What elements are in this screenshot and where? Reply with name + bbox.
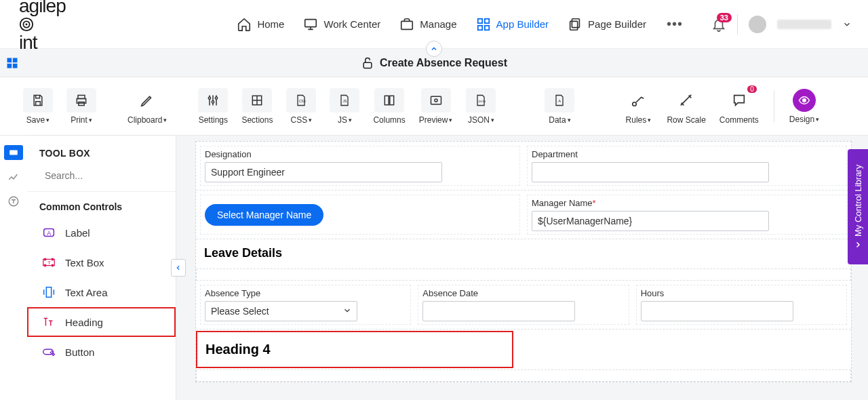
heading4-dropped[interactable]: Heading 4 bbox=[196, 331, 513, 368]
toolbox-search[interactable] bbox=[27, 165, 176, 192]
notification-badge: 33 bbox=[717, 13, 732, 22]
control-label[interactable]: A Label bbox=[27, 218, 176, 247]
svg-rect-25 bbox=[384, 96, 389, 104]
collapse-up[interactable] bbox=[426, 41, 442, 57]
svg-rect-26 bbox=[390, 96, 394, 104]
field-designation[interactable]: Designation bbox=[200, 146, 520, 186]
comments-button[interactable]: 0 Comments bbox=[715, 85, 763, 127]
nav-appbuilder[interactable]: App Builder bbox=[476, 17, 549, 32]
svg-point-40 bbox=[52, 258, 54, 260]
control-heading-text: Heading bbox=[65, 317, 103, 328]
comments-badge: 0 bbox=[747, 85, 757, 93]
chevron-left-icon bbox=[175, 264, 182, 272]
svg-rect-15 bbox=[363, 62, 372, 68]
control-button[interactable]: Button bbox=[27, 337, 176, 367]
field-absence-date[interactable]: Absence Date bbox=[418, 285, 629, 325]
svg-point-20 bbox=[212, 100, 214, 102]
rail-chart[interactable] bbox=[4, 169, 23, 184]
absence-date-label: Absence Date bbox=[422, 288, 624, 298]
columns-icon bbox=[382, 94, 396, 107]
designation-label: Designation bbox=[205, 149, 515, 159]
field-manager-name[interactable]: Manager Name* bbox=[527, 195, 847, 235]
collapse-toolbox-button[interactable] bbox=[171, 259, 186, 277]
control-label-text: Label bbox=[65, 227, 90, 239]
data-file-icon: A bbox=[553, 94, 566, 107]
nav-manage[interactable]: Manage bbox=[399, 17, 456, 32]
row-manager: Select Manager Name Manager Name* bbox=[196, 191, 851, 239]
department-input[interactable] bbox=[532, 162, 769, 182]
svg-rect-5 bbox=[477, 18, 481, 22]
sections-icon bbox=[250, 94, 264, 107]
svg-rect-7 bbox=[477, 25, 481, 29]
heading-icon bbox=[41, 315, 56, 329]
manager-input[interactable] bbox=[532, 211, 769, 231]
data-button[interactable]: A Data▾ bbox=[540, 85, 578, 127]
form-canvas[interactable]: Designation Department Select Manager Na… bbox=[176, 136, 868, 400]
save-button[interactable]: Save▾ bbox=[19, 85, 57, 127]
toolbox-panel: TOOL BOX Common Controls A Label T Text … bbox=[27, 136, 176, 400]
settings-button[interactable]: Settings bbox=[194, 85, 232, 127]
label-icon: A bbox=[41, 225, 56, 240]
css-button[interactable]: CSS CSS▾ bbox=[282, 85, 320, 127]
control-textarea[interactable]: Text Area bbox=[27, 277, 176, 307]
svg-text:JSON: JSON bbox=[478, 100, 486, 103]
columns-button[interactable]: Columns bbox=[369, 85, 409, 127]
nav-workcenter-label: Work Center bbox=[323, 18, 380, 30]
css-file-icon: CSS bbox=[294, 94, 308, 107]
hours-input[interactable] bbox=[641, 301, 793, 321]
field-absence-type[interactable]: Absence Type bbox=[200, 285, 411, 325]
svg-rect-27 bbox=[431, 96, 441, 104]
rail-toolbox[interactable] bbox=[4, 145, 23, 160]
absence-type-select[interactable] bbox=[205, 301, 357, 321]
sections-button[interactable]: Sections bbox=[237, 85, 277, 127]
section-leave-details: Leave Details bbox=[196, 239, 851, 267]
textarea-icon bbox=[41, 285, 56, 300]
hours-label: Hours bbox=[641, 288, 842, 298]
svg-text:A: A bbox=[559, 99, 561, 103]
search-input[interactable] bbox=[45, 170, 163, 181]
chevron-left-icon bbox=[854, 241, 862, 249]
apps-grid-button[interactable] bbox=[5, 56, 19, 70]
chevron-down-icon[interactable] bbox=[842, 20, 852, 29]
field-hours[interactable]: Hours bbox=[636, 285, 847, 325]
design-button[interactable]: Design▾ bbox=[785, 86, 823, 127]
clipboard-button[interactable]: Clipboard▾ bbox=[123, 85, 171, 127]
absence-date-input[interactable] bbox=[422, 301, 575, 321]
control-textbox[interactable]: T Text Box bbox=[27, 247, 176, 277]
left-rail bbox=[0, 136, 27, 400]
designation-input[interactable] bbox=[205, 162, 442, 182]
heading4-text: Heading 4 bbox=[197, 332, 512, 367]
nav-home[interactable]: Home bbox=[237, 17, 284, 32]
print-button[interactable]: Print▾ bbox=[62, 85, 100, 127]
nav-pagebuilder[interactable]: Page Builder bbox=[568, 17, 646, 32]
svg-point-31 bbox=[633, 102, 637, 106]
text-t-icon bbox=[7, 195, 20, 207]
nav-workcenter[interactable]: Work Center bbox=[303, 17, 380, 32]
svg-text:T: T bbox=[47, 260, 51, 266]
nav-appbuilder-label: App Builder bbox=[496, 18, 549, 30]
js-button[interactable]: JS JS▾ bbox=[326, 85, 363, 127]
manager-label: Manager Name* bbox=[532, 198, 842, 208]
monitor-icon bbox=[303, 17, 318, 32]
sub-header: Create Absence Request bbox=[0, 49, 868, 77]
pencil-icon bbox=[140, 93, 155, 108]
my-control-library-tab[interactable]: My Control Library bbox=[848, 149, 868, 264]
preview-button[interactable]: Preview▾ bbox=[415, 85, 457, 127]
avatar[interactable] bbox=[749, 16, 766, 33]
js-file-icon: JS bbox=[338, 94, 351, 107]
field-department[interactable]: Department bbox=[527, 146, 847, 186]
json-button[interactable]: JSON JSON▾ bbox=[462, 85, 500, 127]
select-manager-button[interactable]: Select Manager Name bbox=[205, 204, 323, 226]
field-select-manager[interactable]: Select Manager Name bbox=[200, 195, 520, 235]
chart-icon bbox=[7, 171, 20, 183]
nav-more[interactable]: ••• bbox=[665, 16, 684, 32]
svg-point-28 bbox=[435, 98, 437, 101]
rail-text[interactable] bbox=[4, 194, 23, 209]
control-heading[interactable]: Heading bbox=[27, 307, 176, 337]
rowscale-button[interactable]: Row Scale bbox=[663, 85, 709, 127]
ruler-icon bbox=[679, 93, 694, 108]
notifications-button[interactable]: 33 bbox=[711, 17, 726, 32]
brand-logo: agilepint bbox=[19, 0, 66, 54]
rules-button[interactable]: Rules▾ bbox=[619, 85, 657, 127]
nav-manage-label: Manage bbox=[420, 18, 456, 30]
